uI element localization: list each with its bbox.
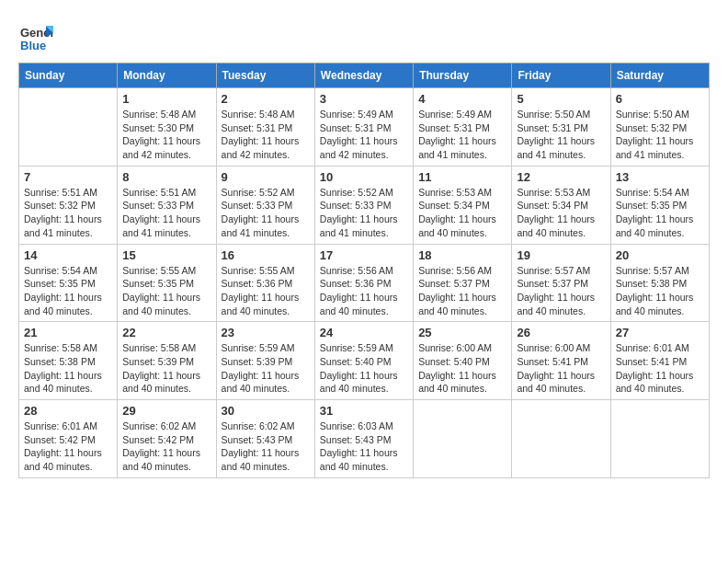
day-info: Sunrise: 5:55 AM Sunset: 5:35 PM Dayligh… (122, 264, 210, 318)
day-of-week-header: Sunday (19, 63, 118, 88)
calendar-week-row: 7Sunrise: 5:51 AM Sunset: 5:32 PM Daylig… (19, 166, 710, 244)
day-info: Sunrise: 5:57 AM Sunset: 5:37 PM Dayligh… (517, 264, 605, 318)
day-info: Sunrise: 6:01 AM Sunset: 5:42 PM Dayligh… (24, 419, 112, 474)
day-number: 24 (320, 326, 408, 339)
calendar-cell: 15Sunrise: 5:55 AM Sunset: 5:35 PM Dayli… (118, 244, 216, 322)
day-number: 26 (517, 326, 605, 339)
calendar-cell: 22Sunrise: 5:58 AM Sunset: 5:39 PM Dayli… (118, 322, 216, 400)
day-number: 10 (320, 170, 408, 184)
day-number: 16 (222, 248, 310, 262)
day-number: 25 (418, 326, 506, 339)
logo-icon: General Blue (18, 18, 53, 53)
day-info: Sunrise: 5:49 AM Sunset: 5:31 PM Dayligh… (320, 108, 408, 162)
day-info: Sunrise: 5:58 AM Sunset: 5:38 PM Dayligh… (24, 341, 112, 396)
day-number: 22 (122, 326, 210, 339)
day-of-week-header: Saturday (610, 63, 709, 88)
day-number: 19 (517, 248, 605, 262)
day-info: Sunrise: 6:00 AM Sunset: 5:41 PM Dayligh… (517, 341, 605, 396)
day-info: Sunrise: 5:58 AM Sunset: 5:39 PM Dayligh… (122, 341, 210, 396)
day-info: Sunrise: 5:52 AM Sunset: 5:33 PM Dayligh… (222, 186, 310, 240)
day-info: Sunrise: 5:59 AM Sunset: 5:39 PM Dayligh… (222, 341, 310, 396)
day-info: Sunrise: 5:57 AM Sunset: 5:38 PM Dayligh… (616, 264, 704, 318)
day-info: Sunrise: 5:54 AM Sunset: 5:35 PM Dayligh… (616, 186, 704, 240)
calendar-cell: 28Sunrise: 6:01 AM Sunset: 5:42 PM Dayli… (19, 400, 118, 478)
day-number: 27 (616, 326, 704, 339)
calendar-cell: 29Sunrise: 6:02 AM Sunset: 5:42 PM Dayli… (118, 400, 216, 478)
calendar-cell: 2Sunrise: 5:48 AM Sunset: 5:31 PM Daylig… (216, 88, 314, 167)
day-number: 15 (122, 248, 210, 262)
calendar-cell (19, 88, 118, 167)
day-info: Sunrise: 5:51 AM Sunset: 5:33 PM Dayligh… (122, 186, 210, 240)
calendar-cell: 10Sunrise: 5:52 AM Sunset: 5:33 PM Dayli… (314, 166, 413, 244)
calendar-week-row: 28Sunrise: 6:01 AM Sunset: 5:42 PM Dayli… (19, 400, 710, 478)
day-of-week-header: Wednesday (314, 63, 413, 88)
day-info: Sunrise: 5:54 AM Sunset: 5:35 PM Dayligh… (24, 264, 112, 318)
day-number: 11 (418, 170, 506, 184)
day-number: 8 (122, 170, 210, 184)
day-number: 21 (24, 326, 112, 339)
calendar-cell: 25Sunrise: 6:00 AM Sunset: 5:40 PM Dayli… (414, 322, 512, 400)
calendar-cell: 4Sunrise: 5:49 AM Sunset: 5:31 PM Daylig… (414, 88, 512, 167)
calendar-cell: 12Sunrise: 5:53 AM Sunset: 5:34 PM Dayli… (512, 166, 610, 244)
calendar-cell: 1Sunrise: 5:48 AM Sunset: 5:30 PM Daylig… (118, 88, 216, 167)
calendar-cell: 3Sunrise: 5:49 AM Sunset: 5:31 PM Daylig… (314, 88, 413, 167)
day-of-week-header: Tuesday (216, 63, 314, 88)
calendar-cell: 16Sunrise: 5:55 AM Sunset: 5:36 PM Dayli… (216, 244, 314, 322)
calendar-week-row: 21Sunrise: 5:58 AM Sunset: 5:38 PM Dayli… (19, 322, 710, 400)
calendar-cell: 13Sunrise: 5:54 AM Sunset: 5:35 PM Dayli… (610, 166, 709, 244)
day-info: Sunrise: 5:50 AM Sunset: 5:31 PM Dayligh… (517, 108, 605, 162)
logo: General Blue (18, 18, 53, 53)
calendar-cell (512, 400, 610, 478)
calendar-cell: 18Sunrise: 5:56 AM Sunset: 5:37 PM Dayli… (414, 244, 512, 322)
calendar-cell: 27Sunrise: 6:01 AM Sunset: 5:41 PM Dayli… (610, 322, 709, 400)
calendar-cell: 20Sunrise: 5:57 AM Sunset: 5:38 PM Dayli… (610, 244, 709, 322)
calendar-cell: 24Sunrise: 5:59 AM Sunset: 5:40 PM Dayli… (314, 322, 413, 400)
day-of-week-header: Monday (118, 63, 216, 88)
day-number: 5 (517, 92, 605, 106)
calendar: SundayMondayTuesdayWednesdayThursdayFrid… (18, 63, 710, 478)
day-info: Sunrise: 5:48 AM Sunset: 5:30 PM Dayligh… (122, 108, 210, 162)
day-info: Sunrise: 6:00 AM Sunset: 5:40 PM Dayligh… (418, 341, 506, 396)
day-info: Sunrise: 5:56 AM Sunset: 5:36 PM Dayligh… (320, 264, 408, 318)
day-number: 4 (418, 92, 506, 106)
day-info: Sunrise: 5:52 AM Sunset: 5:33 PM Dayligh… (320, 186, 408, 240)
calendar-cell: 14Sunrise: 5:54 AM Sunset: 5:35 PM Dayli… (19, 244, 118, 322)
day-of-week-header: Thursday (414, 63, 512, 88)
calendar-week-row: 14Sunrise: 5:54 AM Sunset: 5:35 PM Dayli… (19, 244, 710, 322)
day-number: 31 (320, 404, 408, 418)
day-number: 9 (222, 170, 310, 184)
day-number: 14 (24, 248, 112, 262)
day-info: Sunrise: 5:56 AM Sunset: 5:37 PM Dayligh… (418, 264, 506, 318)
day-number: 12 (517, 170, 605, 184)
calendar-cell: 6Sunrise: 5:50 AM Sunset: 5:32 PM Daylig… (610, 88, 709, 167)
day-of-week-header: Friday (512, 63, 610, 88)
day-info: Sunrise: 5:50 AM Sunset: 5:32 PM Dayligh… (616, 108, 704, 162)
day-number: 23 (222, 326, 310, 339)
day-info: Sunrise: 6:01 AM Sunset: 5:41 PM Dayligh… (616, 341, 704, 396)
calendar-cell (610, 400, 709, 478)
day-info: Sunrise: 6:03 AM Sunset: 5:43 PM Dayligh… (320, 419, 408, 474)
day-number: 3 (320, 92, 408, 106)
calendar-cell: 31Sunrise: 6:03 AM Sunset: 5:43 PM Dayli… (314, 400, 413, 478)
day-number: 29 (122, 404, 210, 418)
calendar-cell: 11Sunrise: 5:53 AM Sunset: 5:34 PM Dayli… (414, 166, 512, 244)
calendar-cell: 9Sunrise: 5:52 AM Sunset: 5:33 PM Daylig… (216, 166, 314, 244)
day-number: 13 (616, 170, 704, 184)
day-info: Sunrise: 5:51 AM Sunset: 5:32 PM Dayligh… (24, 186, 112, 240)
calendar-cell: 7Sunrise: 5:51 AM Sunset: 5:32 PM Daylig… (19, 166, 118, 244)
calendar-cell: 19Sunrise: 5:57 AM Sunset: 5:37 PM Dayli… (512, 244, 610, 322)
calendar-cell: 21Sunrise: 5:58 AM Sunset: 5:38 PM Dayli… (19, 322, 118, 400)
calendar-week-row: 1Sunrise: 5:48 AM Sunset: 5:30 PM Daylig… (19, 88, 710, 167)
day-info: Sunrise: 5:53 AM Sunset: 5:34 PM Dayligh… (418, 186, 506, 240)
day-number: 2 (222, 92, 310, 106)
calendar-cell: 5Sunrise: 5:50 AM Sunset: 5:31 PM Daylig… (512, 88, 610, 167)
svg-text:Blue: Blue (20, 39, 46, 52)
day-info: Sunrise: 6:02 AM Sunset: 5:43 PM Dayligh… (222, 419, 310, 474)
day-number: 1 (122, 92, 210, 106)
day-info: Sunrise: 6:02 AM Sunset: 5:42 PM Dayligh… (122, 419, 210, 474)
day-number: 17 (320, 248, 408, 262)
day-number: 6 (616, 92, 704, 106)
day-info: Sunrise: 5:48 AM Sunset: 5:31 PM Dayligh… (222, 108, 310, 162)
calendar-cell: 17Sunrise: 5:56 AM Sunset: 5:36 PM Dayli… (314, 244, 413, 322)
calendar-cell: 30Sunrise: 6:02 AM Sunset: 5:43 PM Dayli… (216, 400, 314, 478)
